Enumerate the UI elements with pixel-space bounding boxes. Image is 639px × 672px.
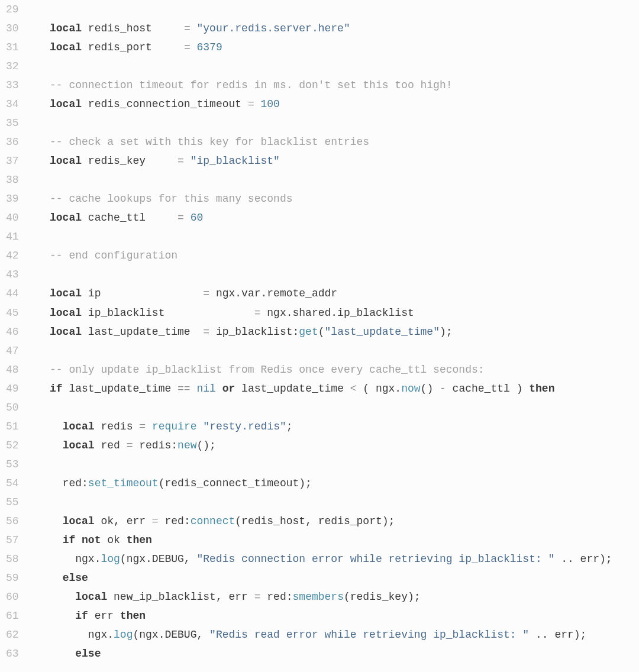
code-line (31, 170, 633, 189)
line-number: 51 (6, 417, 19, 436)
code-line: local ip = ngx.var.remote_addr (31, 284, 633, 303)
line-number: 42 (6, 246, 19, 265)
code-line: ngx.log(ngx.DEBUG, "Redis read error whi… (31, 625, 633, 644)
code-line (31, 265, 633, 284)
line-number: 40 (6, 208, 19, 227)
line-number: 59 (6, 568, 19, 587)
code-line: local redis_host = "your.redis.server.he… (31, 19, 633, 38)
code-line: -- cache lookups for this many seconds (31, 189, 633, 208)
line-number: 49 (6, 379, 19, 398)
code-line (31, 114, 633, 133)
code-line: else (31, 644, 633, 663)
code-line: local cache_ttl = 60 (31, 208, 633, 227)
line-number: 38 (6, 170, 19, 189)
code-editor: 2930313233343536373839404142434445464748… (6, 0, 633, 663)
code-line: local redis_port = 6379 (31, 38, 633, 57)
line-number: 54 (6, 474, 19, 493)
line-number: 60 (6, 587, 19, 606)
code-line: local last_update_time = ip_blacklist:ge… (31, 322, 633, 341)
code-line: -- only update ip_blacklist from Redis o… (31, 360, 633, 379)
code-line (31, 493, 633, 512)
line-number: 50 (6, 398, 19, 417)
code-content: local redis_host = "your.redis.server.he… (31, 0, 633, 663)
code-line: red:set_timeout(redis_connect_timeout); (31, 474, 633, 493)
line-number: 63 (6, 644, 19, 663)
line-number: 53 (6, 455, 19, 474)
line-number: 32 (6, 57, 19, 76)
line-number: 44 (6, 284, 19, 303)
code-line: -- check a set with this key for blackli… (31, 133, 633, 151)
code-line: if err then (31, 606, 633, 625)
line-number: 62 (6, 625, 19, 644)
code-line: if last_update_time == nil or last_updat… (31, 379, 633, 398)
line-number: 57 (6, 531, 19, 550)
code-line (31, 57, 633, 76)
code-line: local ip_blacklist = ngx.shared.ip_black… (31, 303, 633, 322)
code-line: local red = redis:new(); (31, 436, 633, 455)
code-line: else (31, 568, 633, 587)
line-number: 36 (6, 133, 19, 151)
line-number: 41 (6, 227, 19, 246)
code-line: local redis_connection_timeout = 100 (31, 95, 633, 114)
line-number: 29 (6, 0, 19, 19)
code-line: ngx.log(ngx.DEBUG, "Redis connection err… (31, 550, 633, 568)
line-number: 48 (6, 360, 19, 379)
code-line: -- connection timeout for redis in ms. d… (31, 76, 633, 95)
code-line (31, 0, 633, 19)
line-number: 39 (6, 189, 19, 208)
code-line: local new_ip_blacklist, err = red:smembe… (31, 587, 633, 606)
line-number: 37 (6, 151, 19, 170)
line-number: 55 (6, 493, 19, 512)
line-number: 34 (6, 95, 19, 114)
line-number-gutter: 2930313233343536373839404142434445464748… (6, 0, 31, 663)
line-number: 31 (6, 38, 19, 57)
code-line: if not ok then (31, 531, 633, 550)
line-number: 56 (6, 512, 19, 531)
line-number: 33 (6, 76, 19, 95)
code-line (31, 341, 633, 360)
code-line: -- end configuration (31, 246, 633, 265)
code-line (31, 398, 633, 417)
code-line: local redis_key = "ip_blacklist" (31, 151, 633, 170)
line-number: 52 (6, 436, 19, 455)
code-line (31, 227, 633, 246)
line-number: 45 (6, 303, 19, 322)
line-number: 46 (6, 322, 19, 341)
line-number: 43 (6, 265, 19, 284)
line-number: 61 (6, 606, 19, 625)
code-line (31, 455, 633, 474)
line-number: 35 (6, 114, 19, 133)
line-number: 30 (6, 19, 19, 38)
line-number: 58 (6, 550, 19, 568)
code-line: local redis = require "resty.redis"; (31, 417, 633, 436)
code-line: local ok, err = red:connect(redis_host, … (31, 512, 633, 531)
line-number: 47 (6, 341, 19, 360)
